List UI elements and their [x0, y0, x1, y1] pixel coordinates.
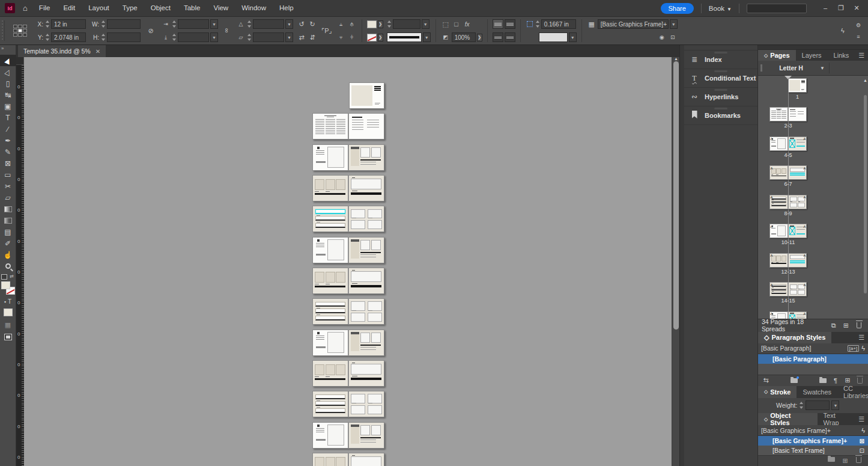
gap-field[interactable]: 0.1667 in [541, 19, 576, 29]
share-button[interactable]: Share [661, 3, 694, 14]
reference-point-proxy[interactable] [13, 25, 27, 37]
corner-options-icon[interactable]: ⬚ [441, 19, 451, 29]
canvas-spread[interactable] [312, 175, 384, 201]
menu-view[interactable]: View [207, 0, 235, 16]
canvas-spread[interactable] [312, 422, 384, 449]
flip-vertical-icon[interactable]: ⇵ [308, 32, 317, 42]
home-icon[interactable]: ⌂ [23, 4, 28, 13]
corner-shape-icon[interactable]: □ [452, 19, 461, 29]
paragraph-style-info-row[interactable]: [Basic Paragraph] [a+] ϟ [758, 343, 868, 354]
quick-apply-icon[interactable]: ϟ [861, 427, 865, 434]
tab-object-styles[interactable]: ◇Object Styles [758, 413, 818, 425]
chevron-down-icon[interactable]: ▼ [820, 66, 825, 71]
scissors-tool[interactable]: ✂ [0, 180, 16, 192]
canvas[interactable] [24, 57, 672, 466]
screen-mode-button[interactable] [4, 334, 12, 340]
note-tool[interactable]: ▤ [0, 226, 16, 238]
rotate-cw-icon[interactable]: ↻ [308, 19, 317, 29]
selection-tool[interactable]: ▶ [0, 55, 16, 66]
shear-dropdown[interactable]: ▼ [285, 32, 293, 42]
close-button[interactable]: ✕ [849, 4, 864, 12]
style-override-folder-icon[interactable] [791, 378, 798, 383]
page-tool[interactable]: ▯ [0, 78, 16, 89]
flip-horizontal-icon[interactable]: ⇄ [297, 32, 306, 42]
view-options-icon[interactable]: ▦ [5, 321, 11, 329]
pages-panel-spread[interactable]: AA8-9 [758, 192, 868, 221]
menu-file[interactable]: File [32, 0, 57, 16]
scroll-up-icon[interactable]: ▲ [674, 57, 678, 61]
weight-dropdown[interactable]: ▼ [831, 400, 839, 410]
collapsed-panel-index[interactable]: ≣Index [684, 51, 757, 69]
justify-icon[interactable]: ⫩ [347, 32, 357, 42]
pages-panel-spread[interactable]: 1 [758, 76, 868, 105]
pages-panel-spread[interactable]: AA10-11 [758, 221, 868, 250]
gradient-tool[interactable] [0, 203, 16, 215]
object-style-dropdown[interactable]: ▼ [670, 19, 678, 29]
scale-y-stepper[interactable] [172, 33, 177, 41]
menu-type[interactable]: Type [116, 0, 144, 16]
default-fill-stroke-icon[interactable] [1, 274, 7, 280]
apply-color-button[interactable] [4, 308, 13, 316]
stroke-weight-dropdown[interactable]: ▼ [422, 19, 429, 29]
wrap-around-object-icon[interactable] [493, 32, 503, 42]
quick-apply-icon[interactable]: ϟ [861, 345, 865, 352]
w-field[interactable] [107, 19, 141, 29]
zoom-tool[interactable] [0, 260, 16, 272]
book-dropdown[interactable]: Book▼ [709, 5, 732, 12]
canvas-spread[interactable] [312, 453, 384, 466]
scale-x-dropdown[interactable]: ▼ [210, 19, 218, 29]
tab-text-wrap[interactable]: Text Wrap [818, 413, 859, 425]
canvas-spread[interactable] [312, 237, 384, 263]
formatting-text-icon[interactable]: T [8, 298, 11, 305]
pages-panel-spread[interactable]: AA6-7 [758, 163, 868, 192]
y-field[interactable]: 2.0748 in [51, 32, 86, 42]
clear-overrides-icon[interactable]: ◉ [657, 32, 667, 42]
canvas-spread[interactable] [349, 82, 384, 109]
type-tool[interactable]: T [0, 112, 16, 123]
align-bottom-icon[interactable]: ⫧ [336, 32, 346, 42]
menu-table[interactable]: Table [177, 0, 207, 16]
delete-spread-button[interactable] [857, 322, 861, 328]
menu-edit[interactable]: Edit [56, 0, 82, 16]
content-collector-tool[interactable]: ▣ [0, 100, 16, 112]
effects-icon[interactable]: fx [463, 19, 472, 29]
object-style-row[interactable]: [Basic Graphics Frame]+⊠ [758, 436, 868, 446]
edit-page-size-button[interactable]: ⧉ [828, 322, 839, 330]
no-text-wrap-icon[interactable] [493, 19, 503, 29]
ruler-origin-corner[interactable] [16, 57, 24, 65]
panel-menu-icon[interactable]: ☰ [858, 332, 868, 343]
canvas-vertical-scrollbar[interactable]: ▲ [672, 57, 679, 466]
pencil-tool[interactable]: ✎ [0, 146, 16, 158]
canvas-spread[interactable] [312, 360, 384, 387]
document-tab[interactable]: Template 35.indd @ 5% ✕ [18, 45, 106, 57]
object-style-info-row[interactable]: [Basic Graphics Frame]+ ϟ [758, 425, 868, 436]
swatch-dropdown[interactable]: ▼ [569, 32, 577, 42]
fill-color-swatch[interactable] [1, 281, 10, 289]
tab-cc-libraries[interactable]: CC Libraries [837, 386, 868, 398]
break-link-style-icon[interactable]: ⊡ [668, 32, 678, 42]
menu-object[interactable]: Object [144, 0, 177, 16]
pages-panel-spread[interactable]: 2-3 [758, 105, 868, 133]
search-input[interactable] [747, 4, 807, 13]
rotation-field[interactable] [253, 19, 284, 29]
swap-fill-stroke-icon[interactable]: ⇄ [10, 274, 14, 279]
delete-style-button[interactable] [857, 378, 863, 384]
swatch-preview[interactable] [539, 32, 568, 42]
master-page-row[interactable]: Letter H ▼ [758, 61, 868, 76]
stroke-style-dropdown[interactable]: ▼ [423, 32, 431, 42]
x-stepper[interactable] [45, 20, 50, 28]
opacity-options-button[interactable]: ❯ [477, 34, 482, 41]
tab-links[interactable]: Links [828, 50, 855, 61]
close-tab-icon[interactable]: ✕ [96, 48, 100, 55]
frame-fitting-icon[interactable]: ▦ [587, 19, 596, 29]
rotate-ccw-icon[interactable]: ↺ [297, 19, 306, 29]
pages-panel-spread[interactable]: AA14-15 [758, 280, 868, 308]
tab-pages[interactable]: ◇Pages [758, 50, 796, 61]
panel-grip[interactable] [0, 20, 5, 41]
tab-stroke[interactable]: ◇Stroke [758, 386, 797, 398]
new-style-group-icon[interactable] [828, 457, 835, 462]
paragraph-style-row[interactable]: [Basic Paragraph] [758, 354, 868, 364]
menu-window[interactable]: Window [235, 0, 273, 16]
scale-x-stepper[interactable] [172, 20, 177, 28]
scale-y-dropdown[interactable]: ▼ [210, 32, 218, 42]
